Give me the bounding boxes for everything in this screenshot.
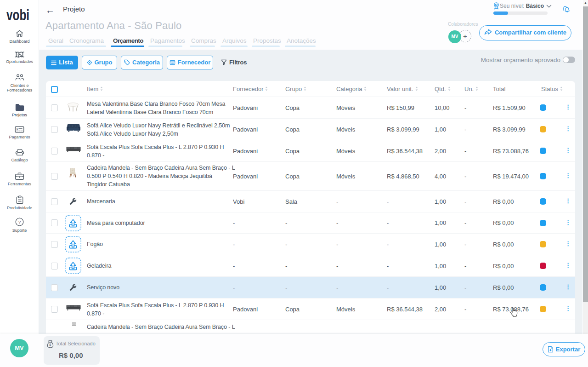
- svg-text:$: $: [49, 343, 51, 346]
- svg-text:$: $: [17, 127, 18, 130]
- svg-text:vobi: vobi: [6, 6, 29, 23]
- svg-text:?: ?: [18, 219, 21, 224]
